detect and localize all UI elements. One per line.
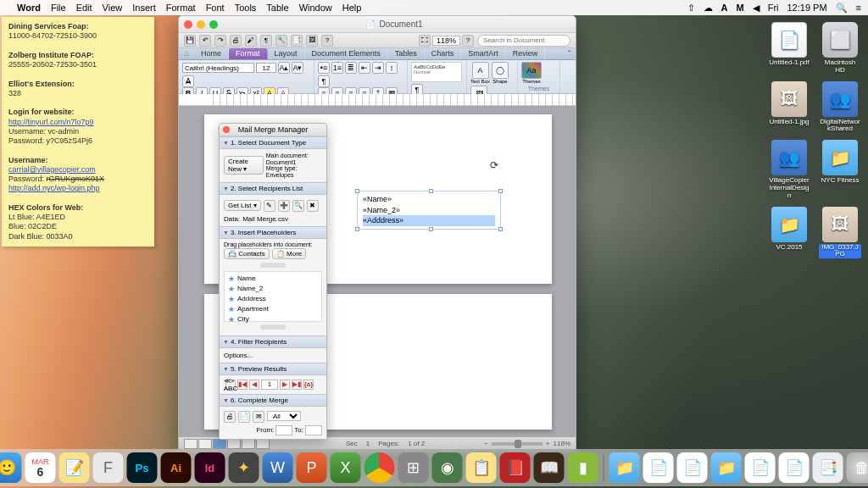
mm-field-item[interactable]: ★Name	[228, 274, 318, 284]
mm-first-icon[interactable]: ▮◀	[237, 380, 248, 390]
cloud-icon[interactable]: ☁	[704, 3, 713, 14]
mm-merge-email-icon[interactable]: ✉	[253, 411, 264, 423]
desktop-file-pdf[interactable]: 📄Untitled-1.pdf	[768, 22, 810, 75]
indent-icon[interactable]: ⇥	[372, 62, 384, 74]
dock-acrobat[interactable]: 📕	[500, 452, 531, 483]
mm-find-icon[interactable]: 🔍	[292, 200, 304, 212]
textbox-button[interactable]: A	[472, 62, 489, 79]
resize-handle[interactable]	[429, 227, 433, 231]
desktop-file-img-selected[interactable]: 🖼IMG_0337.JPG	[819, 207, 861, 259]
menu-window[interactable]: Window	[299, 3, 332, 13]
mm-field-item[interactable]: ★Apartment	[228, 304, 318, 314]
mm-section-2-header[interactable]: ▼2. Select Recipients List	[220, 182, 326, 195]
zoom-fit-icon[interactable]: ⛶	[419, 35, 431, 47]
desktop-server-vc[interactable]: 👥VillageCopierInternalDesign	[768, 140, 810, 199]
dock-stack-1[interactable]: 📄	[643, 452, 674, 483]
mail-merge-manager[interactable]: Mail Merge Manager ▼1. Select Document T…	[219, 123, 327, 440]
dock-excel[interactable]: X	[331, 452, 361, 483]
menu-file[interactable]: File	[51, 3, 66, 13]
resize-handle[interactable]	[498, 189, 503, 193]
grow-font-icon[interactable]: A▴	[278, 62, 290, 74]
mm-add-icon[interactable]: ➕	[278, 200, 290, 212]
sticky-note[interactable]: Dining Services Foap: 11000-84702-72510-…	[2, 17, 154, 247]
dock-calendar[interactable]: MAR6	[25, 452, 56, 483]
dock-folder-2[interactable]: 📁	[711, 452, 742, 483]
search-input[interactable]	[477, 35, 570, 47]
undo-icon[interactable]: ↶	[199, 35, 211, 47]
shrink-font-icon[interactable]: A▾	[292, 62, 303, 74]
dock-photoshop[interactable]: Ps	[127, 452, 158, 483]
zoom-out-icon[interactable]: −	[484, 440, 488, 447]
dock-spark[interactable]: ✦	[229, 452, 259, 483]
dock-fontbook[interactable]: F	[93, 452, 124, 483]
zoom-in-icon[interactable]: +	[546, 440, 550, 447]
multilevel-icon[interactable]: ≣	[345, 62, 357, 74]
dock-app-5[interactable]: ▮	[568, 452, 598, 483]
mm-section-4-header[interactable]: ▼4. Filter Recipients	[220, 336, 326, 348]
mm-record-number[interactable]	[261, 380, 278, 390]
mm-edit-icon[interactable]: ✎	[264, 200, 275, 212]
dock-finder[interactable]: 🙂	[0, 452, 22, 483]
menu-table[interactable]: Table	[266, 3, 288, 13]
view-publishing[interactable]	[227, 439, 241, 449]
clear-fmt-icon[interactable]: A̶	[182, 75, 194, 87]
adobe-icon[interactable]: A	[721, 3, 728, 13]
mm-merge-print-icon[interactable]: 🖨	[224, 411, 236, 423]
merge-field-address-selected[interactable]: «Adddress»	[363, 215, 495, 226]
desktop-file-jpg[interactable]: 🖼Untitled-1.jpg	[768, 81, 810, 134]
resize-handle[interactable]	[498, 227, 503, 231]
dock-app-4[interactable]: 📖	[534, 452, 565, 483]
mm-next-icon[interactable]: ▶	[280, 380, 290, 390]
dock-indesign[interactable]: Id	[195, 452, 225, 483]
merge-field-name[interactable]: «Name»	[363, 194, 495, 205]
themes-button[interactable]: Aa	[521, 62, 542, 79]
style-preview[interactable]: AaBbCcDdEe Normal	[411, 62, 462, 82]
tab-review[interactable]: Review	[506, 48, 546, 59]
menu-font[interactable]: Font	[206, 3, 225, 13]
sort-icon[interactable]: ↕	[386, 62, 398, 74]
menu-view[interactable]: View	[103, 3, 123, 13]
tab-layout[interactable]: Layout	[268, 48, 305, 59]
desktop-volume-hd[interactable]: ⬜Macintosh HD	[819, 22, 861, 75]
resize-handle[interactable]	[355, 227, 359, 231]
mm-from-input[interactable]	[275, 425, 292, 435]
resize-handle[interactable]	[429, 189, 433, 193]
dock-stickies[interactable]: 📝	[59, 452, 90, 483]
desktop-folder-fitness[interactable]: 📁NYC Fitness	[819, 140, 861, 199]
tab-tables[interactable]: Tables	[388, 48, 425, 59]
view-print[interactable]	[213, 439, 226, 449]
bullets-icon[interactable]: •≡	[318, 62, 330, 74]
gallery-icon[interactable]: 🖼	[306, 35, 318, 47]
ruler[interactable]	[179, 94, 576, 106]
zoom-slider[interactable]	[492, 442, 542, 446]
m-icon[interactable]: M	[736, 3, 743, 13]
mm-section-3-header[interactable]: ▼3. Insert Placeholders	[220, 226, 326, 239]
mm-field-item[interactable]: ★Adddress	[228, 294, 318, 304]
merge-textbox[interactable]: «Name» «Name_2» «Adddress»	[357, 191, 501, 230]
dock-stack-2[interactable]: 📄	[677, 452, 708, 483]
dock-stack-4[interactable]: 📄	[779, 452, 810, 483]
spotlight-icon[interactable]: 🔍	[836, 3, 848, 14]
save-icon[interactable]: 💾	[184, 35, 196, 47]
dock-powerpoint[interactable]: P	[297, 452, 327, 483]
panel-titlebar[interactable]: Mail Merge Manager	[220, 124, 326, 136]
dock-stack-3[interactable]: 📄	[745, 452, 776, 483]
more-tab[interactable]: 📋 More	[272, 248, 306, 259]
dock-app-3[interactable]: 📋	[466, 452, 497, 483]
mm-delete-icon[interactable]: ✖	[307, 200, 319, 212]
panel-close-button[interactable]	[223, 126, 230, 133]
menu-help[interactable]: Help	[342, 3, 362, 13]
tab-smartart[interactable]: SmartArt	[461, 48, 506, 59]
outdent-icon[interactable]: ⇤	[359, 62, 370, 74]
help2-icon[interactable]: ?	[462, 35, 474, 47]
view-focus[interactable]	[256, 439, 270, 449]
redo-icon[interactable]: ↷	[214, 35, 226, 47]
resize-handle[interactable]	[355, 189, 359, 193]
zoom-value[interactable]: 118%	[432, 36, 460, 46]
tab-docelements[interactable]: Document Elements	[305, 48, 388, 59]
mm-merge-range[interactable]: All	[267, 411, 301, 421]
font-selector[interactable]	[182, 63, 254, 73]
shape-button[interactable]: ◯	[492, 62, 509, 79]
mm-abc-icon[interactable]: {a}	[303, 380, 314, 390]
menu-format[interactable]: Format	[166, 3, 196, 13]
